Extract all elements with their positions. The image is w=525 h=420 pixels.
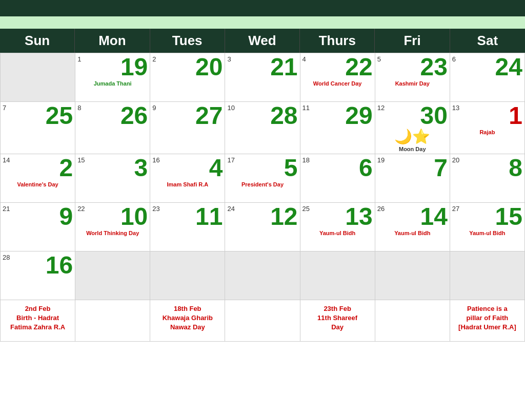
- footer-cell: [375, 300, 450, 341]
- day-header: Tues: [150, 29, 225, 53]
- calendar-cell: 186: [300, 154, 375, 203]
- calendar-cell: 153: [75, 154, 150, 203]
- calendar-cell: 208: [450, 154, 525, 203]
- calendar-cell: 2715Yaum-ul Bidh: [450, 203, 525, 251]
- calendar-cell: 197: [375, 154, 450, 203]
- calendar-cell: [300, 251, 375, 300]
- day-header: Thurs: [300, 29, 375, 53]
- calendar-cell: 142Valentine's Day: [1, 154, 75, 203]
- day-header: Sat: [450, 29, 525, 53]
- day-headers: SunMonTuesWedThursFriSat: [0, 29, 525, 53]
- calendar-cell: 927: [150, 102, 225, 154]
- footer-cell: [225, 300, 300, 341]
- calendar-cell: 422World Cancer Day: [300, 53, 375, 102]
- calendar-cell: 2412: [225, 203, 300, 251]
- calendar-cell: 1028: [225, 102, 300, 154]
- calendar-cell: 321: [225, 53, 300, 102]
- footer-cell: 2nd Feb Birth - Hadrat Fatima Zahra R.A: [1, 300, 75, 341]
- calendar-cell: 131Rajab: [450, 102, 525, 154]
- footer-cell: 18th Feb Khawaja Gharib Nawaz Day: [150, 300, 225, 341]
- calendar-cell: 2311: [150, 203, 225, 251]
- calendar-cell: 1230🌙⭐Moon Day: [375, 102, 450, 154]
- day-header: Fri: [375, 29, 450, 53]
- footer-cell: 23th Feb 11th Shareef Day: [300, 300, 375, 341]
- calendar-cell: 2210World Thinking Day: [75, 203, 150, 251]
- calendar-cell: 725: [1, 102, 75, 154]
- header-top: [0, 0, 525, 16]
- footer-row: 2nd Feb Birth - Hadrat Fatima Zahra R.A1…: [0, 300, 525, 342]
- calendar-cell: 2513Yaum-ul Bidh: [300, 203, 375, 251]
- calendar-cell: 826: [75, 102, 150, 154]
- calendar-cell: [150, 251, 225, 300]
- calendar-cell: [450, 251, 525, 300]
- calendar-grid: 119Jumada Thani220321422World Cancer Day…: [0, 53, 525, 300]
- day-header: Mon: [75, 29, 150, 53]
- calendar-cell: 624: [450, 53, 525, 102]
- moon-icon: 🌙⭐: [377, 128, 448, 145]
- calendar-cell: [375, 251, 450, 300]
- calendar-cell: 220: [150, 53, 225, 102]
- footer-cell: Patience is a pillar of Faith [Hadrat Um…: [450, 300, 525, 341]
- day-header: Sun: [0, 29, 75, 53]
- calendar-cell: 175President's Day: [225, 154, 300, 203]
- calendar-cell: [1, 53, 75, 102]
- calendar-cell: 2614Yaum-ul Bidh: [375, 203, 450, 251]
- calendar-cell: 219: [1, 203, 75, 251]
- header-islamic: [0, 16, 525, 29]
- calendar-cell: 523Kashmir Day: [375, 53, 450, 102]
- calendar-cell: 119Jumada Thani: [75, 53, 150, 102]
- footer-cell: [75, 300, 150, 341]
- day-header: Wed: [225, 29, 300, 53]
- calendar-cell: 1129: [300, 102, 375, 154]
- calendar-cell: 164Imam Shafi R.A: [150, 154, 225, 203]
- calendar-cell: [225, 251, 300, 300]
- calendar-cell: 2816: [1, 251, 75, 300]
- calendar-cell: [75, 251, 150, 300]
